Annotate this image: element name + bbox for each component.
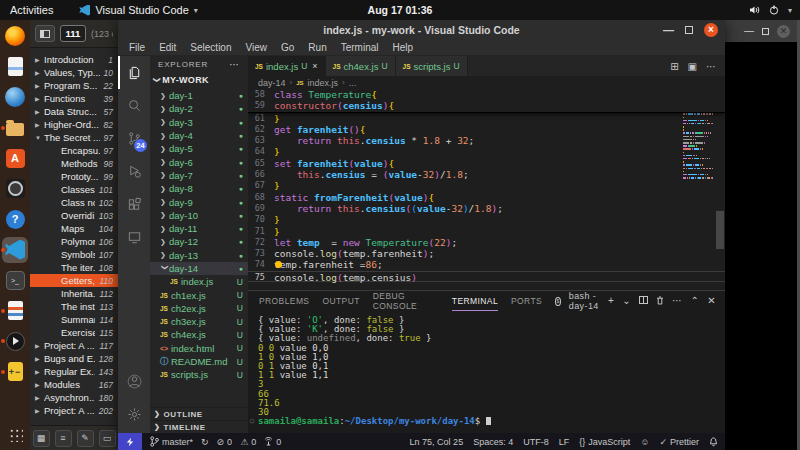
tree-folder-day-10[interactable]: ❯day-10● xyxy=(150,209,248,222)
dock-writer-icon[interactable] xyxy=(2,54,28,80)
breadcrumb-item[interactable]: ... xyxy=(349,78,357,88)
tab-ch4ex.js[interactable]: JSch4ex.jsU xyxy=(326,56,396,76)
panel-tab-debug-console[interactable]: DEBUG CONSOLE xyxy=(373,291,439,311)
editor-scrollbar[interactable] xyxy=(716,211,724,249)
toc-item[interactable]: ▶Project: A ...202 xyxy=(30,404,118,417)
toc-item[interactable]: ▶Asynchron...180 xyxy=(30,391,118,404)
maximize-icon[interactable] xyxy=(685,26,693,34)
breadcrumb-item[interactable]: index.js xyxy=(308,78,339,88)
status-ln-75-col-25[interactable]: Ln 75, Col 25 xyxy=(410,437,464,447)
toc-item[interactable]: ▶Modules167 xyxy=(30,378,118,391)
toc-item[interactable]: Methods98 xyxy=(30,157,118,170)
tree-folder-day-14[interactable]: ❯day-14● xyxy=(150,262,248,275)
status-bell[interactable] xyxy=(709,437,718,447)
code-editor[interactable]: 58class Temperature{59constructor(censiu… xyxy=(248,89,725,290)
close-icon[interactable]: ✕ xyxy=(777,25,790,38)
tree-folder-day-9[interactable]: ❯day-9● xyxy=(150,195,248,208)
tree-file-README.md[interactable]: ⓘREADME.mdU xyxy=(150,355,248,368)
thumbnails-icon[interactable]: ▦ xyxy=(33,430,50,447)
dock-vscode-icon[interactable] xyxy=(2,237,28,263)
dock-help-icon[interactable]: ? xyxy=(2,206,28,232)
toc-item[interactable]: Class no...102 xyxy=(30,196,118,209)
tab-scripts.js[interactable]: JSscripts.jsU xyxy=(396,56,468,76)
layout-icon[interactable]: ▣ xyxy=(688,61,697,72)
activities-button[interactable]: Activities xyxy=(10,4,53,16)
toc-item[interactable]: Getters,...110 xyxy=(30,274,118,287)
search-icon[interactable] xyxy=(118,89,150,122)
toc-item[interactable]: Exercises115 xyxy=(30,326,118,339)
dock-player-icon[interactable] xyxy=(2,328,28,354)
menu-selection[interactable]: Selection xyxy=(183,42,238,53)
settings-gear-icon[interactable] xyxy=(118,398,150,431)
dock-terminal-icon[interactable]: >_ xyxy=(2,267,28,293)
tree-folder-day-3[interactable]: ❯day-3● xyxy=(150,116,248,129)
menu-go[interactable]: Go xyxy=(274,42,301,53)
timeline-section[interactable]: ❯ TIMELINE xyxy=(150,420,248,433)
status-spaces-4[interactable]: Spaces: 4 xyxy=(473,437,513,447)
outline-icon[interactable]: ≡ xyxy=(55,430,72,447)
minimize-icon[interactable]: — xyxy=(663,26,674,34)
vscode-titlebar[interactable]: index.js - my-work - Visual Studio Code … xyxy=(118,20,725,40)
bookmarks-icon[interactable]: ▭ xyxy=(99,430,116,447)
dock-software-icon[interactable]: A xyxy=(2,145,28,171)
more-actions-icon[interactable]: ⋯ xyxy=(672,296,682,306)
status-sync[interactable]: ↻ xyxy=(201,437,209,447)
remote-explorer-icon[interactable] xyxy=(118,221,150,254)
panel-tab-ports[interactable]: PORTS xyxy=(511,291,542,311)
tree-folder-day-6[interactable]: ❯day-6● xyxy=(150,155,248,168)
chevron-down-icon[interactable]: ▾ xyxy=(788,6,792,15)
tab-index.js[interactable]: JSindex.jsU× xyxy=(248,56,326,76)
tree-file-ch1ex.js[interactable]: JSch1ex.jsU xyxy=(150,288,248,301)
toc-item[interactable]: Encapsu...97 xyxy=(30,144,118,157)
explorer-actions-icon[interactable]: ⋯ xyxy=(229,59,240,70)
tree-file-scripts.js[interactable]: JSscripts.jsU xyxy=(150,368,248,381)
shell-label[interactable]: bash - day-14 xyxy=(569,291,600,311)
toc-item[interactable]: ▶Values, Typ...10 xyxy=(30,66,118,79)
status-prettier[interactable]: ✓Prettier xyxy=(659,437,699,447)
breadcrumb-item[interactable]: day-14 xyxy=(258,78,286,88)
toc-item[interactable]: ▶Bugs and E...128 xyxy=(30,352,118,365)
tree-folder-day-4[interactable]: ❯day-4● xyxy=(150,129,248,142)
breadcrumb[interactable]: day-14›JSindex.js›... xyxy=(248,76,725,89)
outline-section[interactable]: ❯ OUTLINE xyxy=(150,407,248,420)
new-terminal-icon[interactable]: + xyxy=(608,296,614,306)
panel-tab-problems[interactable]: PROBLEMS xyxy=(259,291,309,311)
more-actions-icon[interactable]: ⋯ xyxy=(706,61,716,72)
toc-item[interactable]: Overridi...103 xyxy=(30,209,118,222)
workspace-root-folder[interactable]: ❯ MY-WORK xyxy=(150,73,248,87)
tree-file-index.js[interactable]: JSindex.jsU xyxy=(150,275,248,288)
run-debug-icon[interactable] xyxy=(118,155,150,188)
tree-folder-day-13[interactable]: ❯day-13● xyxy=(150,249,248,262)
sidebar-toggle-icon[interactable] xyxy=(35,25,55,42)
toc-item[interactable]: ▶Data Struc...57 xyxy=(30,105,118,118)
close-panel-icon[interactable]: ✕ xyxy=(707,296,716,306)
restore-icon[interactable] xyxy=(762,28,769,35)
chevron-down-icon[interactable]: ⌄ xyxy=(622,296,631,306)
toc-item[interactable]: ▶Introduction1 xyxy=(30,53,118,66)
toc-item[interactable]: Symbols107 xyxy=(30,248,118,261)
menu-help[interactable]: Help xyxy=(386,42,421,53)
account-icon[interactable] xyxy=(118,365,150,398)
status-0[interactable]: ⊘0 xyxy=(217,437,233,447)
tree-file-ch2ex.js[interactable]: JSch2ex.jsU xyxy=(150,302,248,315)
toc-item[interactable]: Maps104 xyxy=(30,222,118,235)
dock-rhythm-icon[interactable] xyxy=(2,176,28,202)
tree-file-ch3ex.js[interactable]: JSch3ex.jsU xyxy=(150,315,248,328)
annotations-icon[interactable]: ✎ xyxy=(77,430,94,447)
extensions-icon[interactable] xyxy=(118,188,150,221)
trash-icon[interactable] xyxy=(656,296,664,307)
toc-item[interactable]: ▶Regular Ex...143 xyxy=(30,365,118,378)
status-javascript[interactable]: {}JavaScript xyxy=(579,437,630,447)
toc-item[interactable]: The inst...113 xyxy=(30,300,118,313)
status-smiley[interactable]: ☺ xyxy=(640,437,649,447)
toc-item[interactable]: Classes101 xyxy=(30,183,118,196)
close-icon[interactable]: × xyxy=(312,61,317,71)
toc-item[interactable]: Polymor...106 xyxy=(30,235,118,248)
tree-folder-day-2[interactable]: ❯day-2● xyxy=(150,102,248,115)
maximize-panel-icon[interactable]: ⌃ xyxy=(690,296,699,306)
menu-terminal[interactable]: Terminal xyxy=(334,42,386,53)
show-applications-icon[interactable] xyxy=(2,421,28,447)
toc-item[interactable]: ▶Functions39 xyxy=(30,92,118,105)
panel-tab-terminal[interactable]: TERMINAL xyxy=(452,291,498,311)
source-control-icon[interactable]: 24 xyxy=(118,122,150,155)
